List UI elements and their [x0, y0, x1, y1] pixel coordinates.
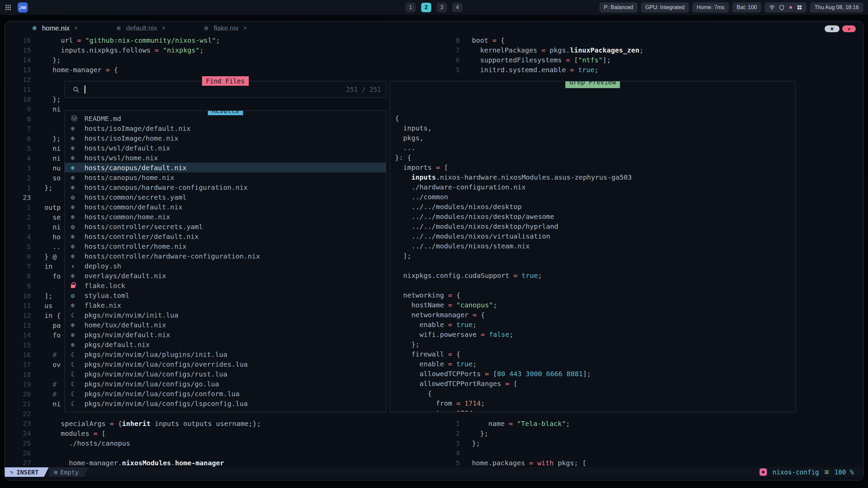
yaml-file-icon: ⚙: [71, 194, 84, 201]
preview-title: Grep Preview: [565, 81, 620, 88]
toml-file-icon: ⚙: [71, 292, 84, 299]
file-name: stylua.toml: [84, 291, 129, 300]
mode-indicator: ✎ INSERT: [5, 467, 44, 477]
module-battery[interactable]: Bat: 100: [732, 2, 762, 13]
code-line: 23 specialArgs = {inherit inputs outputs…: [11, 419, 261, 429]
code-line: inputs.nixos-hardware.nixosModules.asus-…: [395, 172, 795, 182]
result-row[interactable]: ☾pkgs/nvim/nvim/lua/configs/go.lua: [65, 379, 386, 389]
tab-close-icon[interactable]: ×: [243, 24, 247, 32]
nix-file-icon: ❄: [71, 302, 84, 309]
results-title: Results: [208, 110, 243, 115]
result-row[interactable]: ❄home/tux/default.nix: [65, 320, 386, 330]
code-line: 4: [448, 448, 586, 458]
file-name: overlays/default.nix: [84, 272, 166, 280]
result-row[interactable]: ❄hosts/wsl/home.nix: [65, 153, 386, 163]
code-line: networkmanager = {: [395, 310, 795, 320]
code-line: {: [395, 114, 795, 123]
status-modules: P: BalancedGPU: IntegratedHome: 7msBat: …: [599, 2, 761, 13]
lua-file-icon: ☾: [71, 361, 84, 368]
tabline: ❄home.nix×❄default.nix×❄flake.nix×: [5, 21, 863, 35]
code-line: wifi.powersave = false;: [395, 330, 795, 340]
result-row[interactable]: ›deploy.sh: [65, 261, 386, 271]
tab-label: flake.nix: [214, 24, 238, 32]
code-line: }: {: [395, 153, 795, 163]
result-row[interactable]: ❄flake.nix: [65, 300, 386, 310]
shell-file-icon: ›: [71, 262, 84, 270]
code-line: 8boot = {: [448, 36, 644, 45]
module-power-profile[interactable]: P: Balanced: [599, 2, 637, 13]
result-row[interactable]: ⚙hosts/controller/secrets.yaml: [65, 222, 386, 231]
app-launcher-icon[interactable]: [5, 4, 12, 11]
powerline-separator: [44, 467, 49, 477]
code-line: 24 modules = [: [11, 429, 261, 439]
result-row[interactable]: ⚙hosts/common/secrets.yaml: [65, 192, 386, 202]
code-line: firewall = {: [395, 349, 795, 359]
result-row[interactable]: ❄hosts/isoImage/home.nix: [65, 133, 386, 143]
result-row[interactable]: ☾pkgs/nvim/nvim/lua/configs/lspconfig.lu…: [65, 399, 386, 408]
result-row[interactable]: ❄overlays/default.nix: [65, 271, 386, 281]
preview-code: { inputs, pkgs, ...}: { imports = [ inpu…: [395, 114, 795, 412]
file-name: hosts/controller/default.nix: [84, 232, 199, 241]
result-row[interactable]: flake.lock: [65, 281, 386, 290]
result-row[interactable]: ❄hosts/controller/default.nix: [65, 231, 386, 241]
workspace-1[interactable]: 1: [406, 3, 416, 12]
result-row[interactable]: ❄hosts/common/home.nix: [65, 212, 386, 222]
result-row[interactable]: ☾pkgs/nvim/nvim/lua/configs/conform.lua: [65, 389, 386, 399]
result-row[interactable]: ❄hosts/canopus/hardware-configuration.ni…: [65, 182, 386, 192]
file-name: pkgs/nvim/nvim/init.lua: [84, 311, 178, 319]
tab-home.nix[interactable]: ❄home.nix×: [32, 24, 78, 32]
file-name: pkgs/nvim/nvim/lua/configs/overrides.lua: [84, 360, 248, 368]
module-home-latency[interactable]: Home: 7ms: [692, 2, 729, 13]
nix-file-icon: ❄: [71, 252, 84, 260]
code-line: ../../modules/nixos/virtualisation: [395, 231, 795, 241]
nix-file-icon: ❄: [71, 144, 84, 152]
code-line: pkgs,: [395, 133, 795, 143]
file-name: README.md: [84, 115, 121, 123]
result-row[interactable]: ☾pkgs/nvim/nvim/lua/configs/overrides.lu…: [65, 359, 386, 369]
result-row[interactable]: ❄hosts/controller/hardware-configuration…: [65, 251, 386, 261]
file-name: pkgs/default.nix: [84, 341, 150, 349]
nix-file-icon: ❄: [71, 331, 84, 339]
result-row[interactable]: ❄pkgs/default.nix: [65, 340, 386, 349]
pencil-icon: ✎: [10, 469, 14, 475]
result-row[interactable]: ❄hosts/canopus/default.nix: [65, 163, 386, 172]
toggle-dot-icon: [831, 27, 833, 30]
workspace-2[interactable]: 2: [421, 3, 431, 12]
editor-pane-right-bottom[interactable]: 1 name = "Tela-black";2 };3};45home.pack…: [448, 419, 586, 468]
result-row[interactable]: ⚙stylua.toml: [65, 290, 386, 300]
lua-file-icon: ☾: [71, 370, 84, 378]
tab-close-icon[interactable]: ×: [162, 24, 165, 32]
clock[interactable]: Thu Aug 08, 18:16: [810, 2, 863, 13]
result-row[interactable]: ☾pkgs/nvim/nvim/lua/plugins/init.lua: [65, 349, 386, 359]
result-row[interactable]: ❄hosts/controller/home.nix: [65, 241, 386, 251]
result-row[interactable]: ❄hosts/isoImage/default.nix: [65, 123, 386, 133]
tab-close-icon[interactable]: ×: [74, 24, 78, 32]
window-toggle-button[interactable]: [825, 25, 840, 32]
workspace-4[interactable]: 4: [452, 3, 462, 12]
code-line: ...: [395, 143, 795, 153]
result-row[interactable]: ❄hosts/wsl/default.nix: [65, 143, 386, 153]
file-name: pkgs/nvim/default.nix: [84, 331, 170, 339]
lua-file-icon: ☾: [71, 311, 84, 319]
window-close-button[interactable]: ×: [842, 25, 856, 32]
code-line: imports = [: [395, 163, 795, 172]
result-row[interactable]: ❄hosts/common/default.nix: [65, 202, 386, 212]
telescope-prompt[interactable]: Find Files 251 / 251: [64, 81, 386, 98]
system-tray[interactable]: [765, 2, 807, 13]
file-name: hosts/canopus/default.nix: [84, 164, 186, 172]
module-gpu[interactable]: GPU: Integrated: [641, 2, 689, 13]
repo-icon: [760, 468, 767, 476]
search-icon: [72, 86, 80, 93]
result-row[interactable]: ❄pkgs/nvim/default.nix: [65, 330, 386, 340]
tab-label: home.nix: [42, 24, 70, 32]
code-line: nixpkgs.config.cudaSupport = true;: [395, 271, 795, 281]
result-row[interactable]: ❄hosts/canopus/home.nix: [65, 172, 386, 182]
workspace-3[interactable]: 3: [437, 3, 447, 12]
tab-flake.nix[interactable]: ❄flake.nix×: [203, 24, 247, 32]
tab-default.nix[interactable]: ❄default.nix×: [116, 24, 165, 32]
result-row[interactable]: ☾pkgs/nvim/nvim/lua/configs/rust.lua: [65, 369, 386, 379]
result-row[interactable]: ☾pkgs/nvim/nvim/init.lua: [65, 310, 386, 320]
editor-pane-right-top[interactable]: 8boot = {7 kernelPackages = pkgs.linuxPa…: [448, 36, 644, 75]
nix-file-icon: ❄: [71, 213, 84, 221]
user-logo-badge[interactable]: JW: [18, 2, 28, 13]
